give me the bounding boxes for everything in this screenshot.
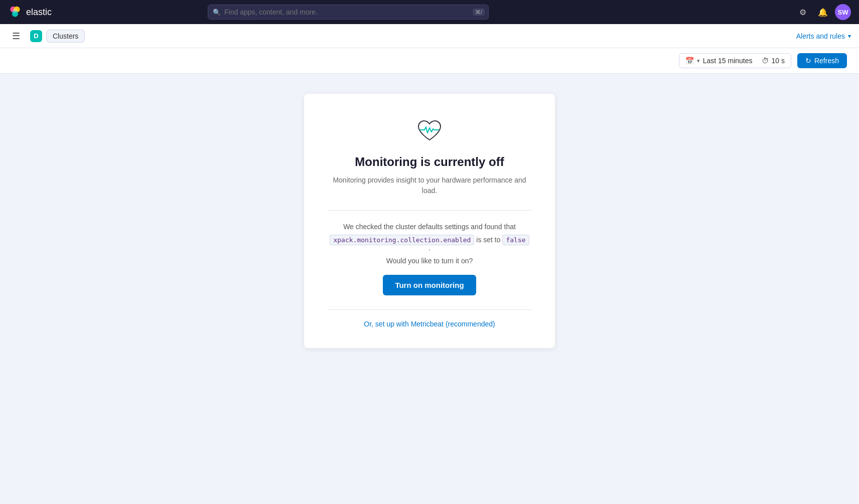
search-input[interactable] bbox=[208, 5, 489, 20]
search-icon: 🔍 bbox=[213, 9, 221, 16]
metricbeat-link-anchor[interactable]: Or, set up with Metricbeat (recommended) bbox=[364, 320, 495, 328]
elastic-logo-text: elastic bbox=[26, 7, 52, 18]
hamburger-icon: ☰ bbox=[12, 31, 20, 41]
monitoring-card: Monitoring is currently off Monitoring p… bbox=[304, 94, 555, 348]
info-text-before: We checked the cluster defaults settings… bbox=[343, 223, 516, 231]
card-title: Monitoring is currently off bbox=[328, 155, 531, 169]
nav-right-actions: ⚙ 🔔 SW bbox=[795, 4, 851, 20]
card-subtitle: Monitoring provides insight to your hard… bbox=[328, 175, 531, 196]
auto-refresh-control[interactable]: ⏱ 10 s bbox=[756, 53, 791, 68]
card-setting-line: xpack.monitoring.collection.enabled is s… bbox=[328, 236, 531, 252]
alerts-rules-label: Alerts and rules bbox=[796, 32, 845, 40]
setting-key-code: xpack.monitoring.collection.enabled bbox=[330, 235, 474, 245]
turn-on-monitoring-button[interactable]: Turn on monitoring bbox=[383, 275, 476, 295]
calendar-icon: 📅 bbox=[685, 57, 694, 65]
main-content: Monitoring is currently off Monitoring p… bbox=[0, 74, 859, 504]
svg-point-4 bbox=[13, 9, 18, 13]
cluster-badge: D bbox=[30, 30, 42, 42]
chevron-down-icon: ▾ bbox=[697, 58, 700, 64]
global-search-bar[interactable]: 🔍 ⌘/ bbox=[208, 5, 489, 20]
is-set-to-text: is set to bbox=[476, 236, 500, 244]
card-divider-top bbox=[328, 210, 531, 211]
time-range-label: Last 15 minutes bbox=[703, 57, 753, 65]
search-shortcut-badge: ⌘/ bbox=[473, 9, 485, 16]
turn-on-question: Would you like to turn it on? bbox=[328, 257, 531, 265]
time-range-picker[interactable]: 📅 ▾ Last 15 minutes bbox=[679, 53, 759, 68]
metricbeat-setup-link[interactable]: Or, set up with Metricbeat (recommended) bbox=[328, 320, 531, 328]
elastic-logo-icon bbox=[8, 5, 22, 19]
clusters-button[interactable]: Clusters bbox=[46, 30, 85, 43]
gear-icon-button[interactable]: ⚙ bbox=[795, 4, 811, 20]
top-navigation: elastic 🔍 ⌘/ ⚙ 🔔 SW bbox=[0, 0, 859, 24]
gear-icon: ⚙ bbox=[799, 8, 806, 17]
refresh-icon: ↻ bbox=[805, 57, 811, 65]
refresh-label: Refresh bbox=[814, 57, 839, 65]
elastic-logo[interactable]: elastic bbox=[8, 5, 52, 19]
avatar[interactable]: SW bbox=[835, 4, 851, 20]
setting-value-code: false bbox=[502, 235, 529, 245]
clock-icon: ⏱ bbox=[762, 57, 769, 65]
refresh-button[interactable]: ↻ Refresh bbox=[797, 53, 847, 68]
bell-icon: 🔔 bbox=[818, 8, 828, 17]
chevron-down-icon: ▾ bbox=[848, 33, 851, 40]
card-divider-bottom bbox=[328, 309, 531, 310]
time-picker-group: 📅 ▾ Last 15 minutes ⏱ 10 s bbox=[679, 53, 791, 68]
card-info-text: We checked the cluster defaults settings… bbox=[328, 223, 531, 231]
hamburger-menu-button[interactable]: ☰ bbox=[8, 29, 24, 44]
toolbar: 📅 ▾ Last 15 minutes ⏱ 10 s ↻ Refresh bbox=[0, 48, 859, 74]
sub-navigation: ☰ D Clusters Alerts and rules ▾ bbox=[0, 24, 859, 48]
refresh-interval-label: 10 s bbox=[772, 57, 785, 65]
alerts-rules-button[interactable]: Alerts and rules ▾ bbox=[796, 32, 851, 40]
setting-end-text: . bbox=[428, 244, 431, 252]
monitoring-icon bbox=[328, 118, 531, 145]
bell-icon-button[interactable]: 🔔 bbox=[815, 4, 831, 20]
